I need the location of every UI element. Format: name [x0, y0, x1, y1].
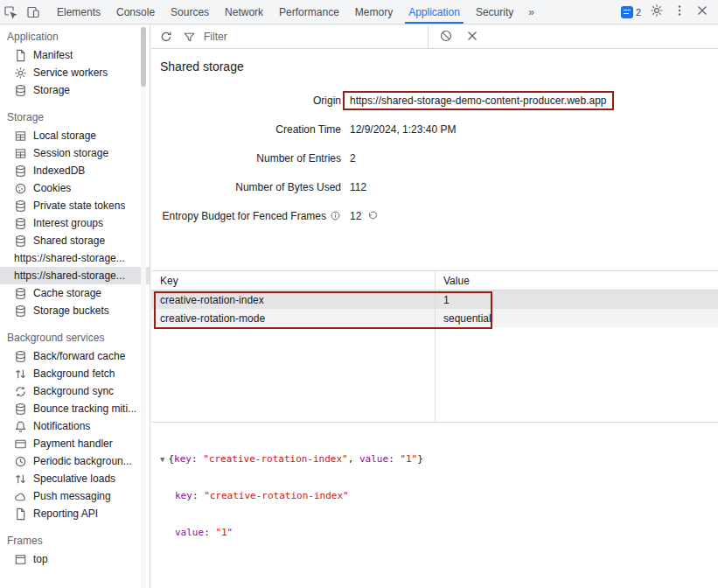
close-devtools-icon[interactable]: [695, 4, 709, 20]
sidebar-item-service-workers[interactable]: Service workers: [0, 64, 150, 81]
database-icon: [14, 164, 27, 178]
sidebar-item-top-frame[interactable]: top: [0, 550, 150, 568]
filter-box: [183, 30, 428, 44]
sidebar-section-application: Application: [0, 27, 150, 46]
sidebar-item-label: Private state tokens: [33, 200, 125, 212]
database-icon: [14, 304, 27, 318]
sidebar-item-storage-buckets[interactable]: Storage buckets: [0, 302, 150, 319]
sidebar-item-cookies[interactable]: Cookies: [0, 179, 150, 197]
sidebar-scrollbar-track[interactable]: [141, 26, 146, 588]
table-icon: [14, 130, 27, 143]
sidebar-section-storage: Storage: [0, 108, 150, 127]
sidebar-item-label: https://shared-storage...: [14, 270, 125, 282]
preview-property-value: value: "1": [160, 527, 709, 539]
sidebar-item-push-messaging[interactable]: Push messaging: [0, 487, 150, 505]
preview-property-key: key: "creative-rotation-index": [160, 490, 709, 502]
device-toolbar-icon[interactable]: [24, 4, 42, 21]
sidebar-item-local-storage[interactable]: Local storage: [0, 127, 150, 144]
sidebar-item-session-storage[interactable]: Session storage: [0, 144, 150, 162]
issues-icon: [621, 6, 633, 18]
database-icon: [14, 217, 27, 230]
sidebar-item-shared-storage[interactable]: Shared storage: [0, 232, 150, 249]
inspect-icon[interactable]: [2, 4, 19, 21]
sidebar-item-label: Interest groups: [33, 217, 103, 229]
expand-caret-icon[interactable]: ▼: [160, 455, 164, 464]
filter-input[interactable]: [202, 30, 403, 44]
field-label: Creation Time: [160, 123, 341, 136]
reset-budget-icon[interactable]: [367, 210, 379, 221]
more-tabs-icon[interactable]: »: [521, 6, 542, 18]
tab-security[interactable]: Security: [468, 0, 521, 24]
sidebar-item-bounce-tracking[interactable]: Bounce tracking miti...: [0, 400, 150, 417]
table-icon: [14, 147, 27, 160]
sidebar-item-label: Service workers: [33, 66, 108, 79]
sidebar-item-back-forward-cache[interactable]: Back/forward cache: [0, 347, 150, 365]
database-icon: [14, 84, 27, 97]
arrows-updown-icon: [14, 368, 27, 381]
sidebar-item-manifest[interactable]: Manifest: [0, 46, 150, 64]
sidebar-item-cache-storage[interactable]: Cache storage: [0, 284, 150, 302]
field-creation-time: Creation Time 12/9/2024, 1:23:40 PM: [160, 115, 718, 144]
bell-icon: [14, 420, 27, 433]
sidebar-item-periodic-background-sync[interactable]: Periodic backgroun...: [0, 452, 150, 470]
sidebar-scrollbar-thumb[interactable]: [141, 27, 146, 87]
field-value: 12: [350, 210, 379, 222]
settings-gear-icon[interactable]: [650, 4, 664, 20]
sidebar-item-label: top: [33, 553, 48, 565]
field-label: Number of Bytes Used: [160, 181, 341, 193]
arrows-updown-icon: [14, 472, 27, 486]
sidebar-item-label: Push messaging: [33, 490, 111, 502]
database-icon: [14, 234, 27, 248]
tab-network[interactable]: Network: [217, 0, 271, 24]
refresh-icon[interactable]: [157, 27, 176, 46]
sidebar-item-label: Payment handler: [33, 438, 113, 450]
sidebar-item-indexeddb[interactable]: IndexedDB: [0, 162, 150, 179]
shared-storage-panel: Shared storage Origin https://shared-sto…: [151, 25, 718, 588]
sidebar-item-storage[interactable]: Storage: [0, 81, 150, 99]
kebab-menu-icon[interactable]: [673, 4, 687, 20]
field-number-of-bytes: Number of Bytes Used 112: [160, 172, 718, 201]
sidebar-item-shared-storage-origin-1[interactable]: https://shared-storage...: [0, 249, 150, 267]
page-title: Shared storage: [160, 60, 718, 74]
annotation-box-origin: https://shared-storage-demo-content-prod…: [343, 91, 614, 110]
info-icon[interactable]: [330, 210, 341, 221]
sidebar-item-interest-groups[interactable]: Interest groups: [0, 214, 150, 232]
sidebar-item-private-state-tokens[interactable]: Private state tokens: [0, 197, 150, 214]
clear-all-icon[interactable]: [439, 29, 453, 46]
database-icon: [14, 287, 27, 300]
shared-storage-table: Key Value creative-rotation-index 1 crea…: [151, 270, 718, 423]
sidebar-item-speculative-loads[interactable]: Speculative loads: [0, 470, 150, 487]
column-header-key[interactable]: Key: [151, 275, 435, 287]
issues-count: 2: [636, 7, 641, 18]
sidebar-item-label: Storage: [33, 84, 70, 96]
sidebar-item-shared-storage-origin-2[interactable]: https://shared-storage...: [0, 267, 150, 284]
sidebar-item-payment-handler[interactable]: Payment handler: [0, 435, 150, 452]
field-entropy-budget: Entropy Budget for Fenced Frames 12: [160, 201, 718, 230]
column-divider[interactable]: [435, 270, 436, 422]
sidebar-item-notifications[interactable]: Notifications: [0, 417, 150, 435]
column-header-value[interactable]: Value: [435, 275, 718, 287]
panel-content: Shared storage Origin https://shared-sto…: [151, 49, 718, 570]
tab-memory[interactable]: Memory: [347, 0, 401, 24]
tab-application[interactable]: Application: [401, 0, 468, 24]
clock-icon: [14, 455, 27, 468]
panel-toolbar: [151, 25, 718, 49]
sidebar-item-label: Reporting API: [33, 508, 98, 520]
cell-key: creative-rotation-index: [151, 294, 435, 306]
tab-sources[interactable]: Sources: [163, 0, 217, 24]
delete-selected-icon[interactable]: [465, 29, 479, 46]
tab-elements[interactable]: Elements: [49, 0, 108, 24]
database-icon: [14, 350, 27, 363]
tab-performance[interactable]: Performance: [271, 0, 347, 24]
sidebar-item-label: Local storage: [33, 130, 96, 142]
sidebar-item-label: Cache storage: [33, 287, 101, 299]
sidebar-item-reporting-api[interactable]: Reporting API: [0, 505, 150, 522]
field-value: 12/9/2024, 1:23:40 PM: [350, 123, 456, 136]
sidebar-item-background-sync[interactable]: Background sync: [0, 382, 150, 400]
sidebar-item-background-fetch[interactable]: Background fetch: [0, 365, 150, 382]
issues-badge[interactable]: 2: [621, 6, 641, 18]
card-icon: [14, 438, 27, 451]
toolbar-divider: [428, 25, 429, 48]
tab-console[interactable]: Console: [108, 0, 163, 24]
sidebar-item-label: IndexedDB: [33, 164, 85, 177]
